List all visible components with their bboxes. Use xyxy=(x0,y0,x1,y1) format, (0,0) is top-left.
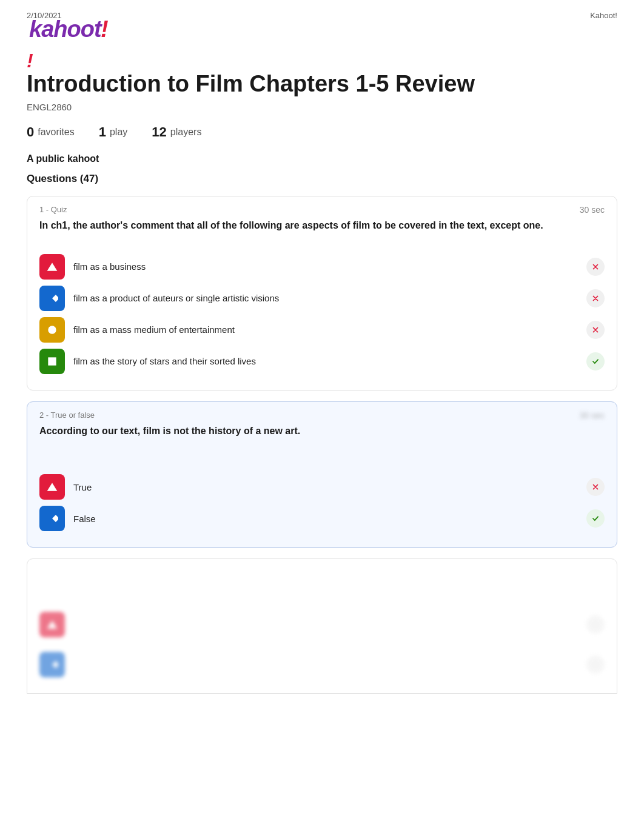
svg-marker-6 xyxy=(47,483,58,491)
check-icon xyxy=(591,357,600,366)
triangle-icon xyxy=(46,619,58,631)
stat-favorites: 0 favorites xyxy=(27,124,75,140)
x-icon xyxy=(591,263,600,271)
page-title: Introduction to Film Chapters 1-5 Review xyxy=(27,70,617,98)
answer-row: True xyxy=(39,474,605,500)
answer-icon-red xyxy=(39,254,65,280)
answer-icon-blue-2 xyxy=(39,506,65,531)
stat-plays: 1 play xyxy=(99,124,128,140)
answer-text-1: film as a business xyxy=(73,261,146,272)
question-2-timer: 30 sec xyxy=(580,402,605,420)
question-2-meta: 2 - True or false xyxy=(27,402,580,422)
answer-icon-yellow xyxy=(39,317,65,343)
answer-text-2: film as a product of auteurs or single a… xyxy=(73,293,279,303)
question-card-2: 2 - True or false According to our text,… xyxy=(27,401,617,548)
answer-icon-3a xyxy=(586,615,605,634)
answer-icon-blue xyxy=(39,286,65,311)
question-2-header-row: 2 - True or false According to our text,… xyxy=(27,402,617,444)
svg-point-4 xyxy=(48,326,56,334)
plays-number: 1 xyxy=(99,124,106,140)
answer-false-text: False xyxy=(73,514,96,524)
triangle-icon xyxy=(46,481,58,493)
answer-row: False xyxy=(39,506,605,531)
answer-incorrect-icon-2 xyxy=(586,289,605,307)
favorites-label: favorites xyxy=(38,127,74,138)
logo-text: kahoot ! xyxy=(27,12,115,72)
question-1-text: In ch1, the author's comment that all of… xyxy=(27,216,580,238)
answer-incorrect-icon-true xyxy=(586,478,605,496)
answer-incorrect-icon-1 xyxy=(586,258,605,276)
triangle-icon xyxy=(46,261,58,273)
question-2-answers: True False xyxy=(27,468,617,547)
answer-left: film as a product of auteurs or single a… xyxy=(39,286,279,311)
answer-correct-icon-4 xyxy=(586,352,605,371)
answer-left: film as a mass medium of entertainment xyxy=(39,317,235,343)
square-icon xyxy=(46,355,58,367)
question-2-text: According to our text, film is not the h… xyxy=(27,422,580,444)
svg-rect-5 xyxy=(48,357,56,365)
diamond-icon xyxy=(46,659,58,671)
answer-icon-blue-3 xyxy=(39,652,65,677)
main-content: Introduction to Film Chapters 1-5 Review… xyxy=(0,70,644,694)
check-icon xyxy=(591,514,600,523)
answer-row xyxy=(39,652,605,677)
answer-left: film as a business xyxy=(39,254,146,280)
x-icon xyxy=(591,483,600,491)
visibility-badge: A public kahoot xyxy=(27,153,617,164)
question-card-3: 3 - Quiz xyxy=(27,558,617,694)
answer-row: film as the story of stars and their sor… xyxy=(39,349,605,374)
answer-text-3: film as a mass medium of entertainment xyxy=(73,324,235,335)
svg-marker-8 xyxy=(47,621,58,629)
answer-incorrect-icon-3 xyxy=(586,321,605,339)
players-number: 12 xyxy=(152,124,166,140)
svg-marker-2 xyxy=(47,263,58,270)
answer-left xyxy=(39,612,73,637)
question-card-1: 1 - Quiz In ch1, the author's comment th… xyxy=(27,196,617,391)
brand-label: Kahoot! xyxy=(590,11,617,20)
logo-area: kahoot ! xyxy=(0,25,644,70)
x-icon xyxy=(591,294,600,303)
answer-left: film as the story of stars and their sor… xyxy=(39,349,256,374)
stat-players: 12 players xyxy=(152,124,201,140)
favorites-number: 0 xyxy=(27,124,34,140)
question-3-left: 3 - Quiz xyxy=(27,559,605,588)
question-3-answers xyxy=(27,606,617,693)
question-1-meta: 1 - Quiz xyxy=(27,196,580,216)
answer-icon-3b xyxy=(586,656,605,674)
plays-label: play xyxy=(110,127,127,138)
svg-rect-9 xyxy=(52,661,58,668)
answer-row xyxy=(39,612,605,637)
svg-text:!: ! xyxy=(101,16,108,42)
question-3-header-row: 3 - Quiz xyxy=(27,559,617,588)
course-subtitle: ENGL2860 xyxy=(27,102,617,112)
answer-correct-icon-false xyxy=(586,509,605,528)
answer-true-text: True xyxy=(73,482,92,492)
svg-rect-3 xyxy=(52,295,58,302)
stats-row: 0 favorites 1 play 12 players xyxy=(27,124,617,140)
answer-left xyxy=(39,652,73,677)
diamond-icon xyxy=(46,292,58,304)
svg-rect-7 xyxy=(52,515,58,522)
answer-left: True xyxy=(39,474,92,500)
diamond-icon xyxy=(46,512,58,525)
answer-text-4: film as the story of stars and their sor… xyxy=(73,356,256,366)
svg-text:kahoot: kahoot xyxy=(29,16,102,42)
answer-icon-red-3 xyxy=(39,612,65,637)
question-1-timer: 30 sec xyxy=(580,196,605,215)
x-icon xyxy=(591,326,600,334)
answer-row: film as a mass medium of entertainment xyxy=(39,317,605,343)
answer-left: False xyxy=(39,506,96,531)
answer-icon-green xyxy=(39,349,65,374)
question-1-left: 1 - Quiz In ch1, the author's comment th… xyxy=(27,196,580,238)
players-label: players xyxy=(170,127,202,138)
answer-row: film as a business xyxy=(39,254,605,280)
questions-header: Questions (47) xyxy=(27,173,617,185)
answer-row: film as a product of auteurs or single a… xyxy=(39,286,605,311)
circle-icon xyxy=(46,324,58,336)
answer-icon-red-2 xyxy=(39,474,65,500)
question-1-answers: film as a business film as a product of … xyxy=(27,248,617,390)
kahoot-logo[interactable]: kahoot ! xyxy=(27,25,115,58)
question-2-left: 2 - True or false According to our text,… xyxy=(27,402,580,444)
question-1-header-row: 1 - Quiz In ch1, the author's comment th… xyxy=(27,196,617,238)
